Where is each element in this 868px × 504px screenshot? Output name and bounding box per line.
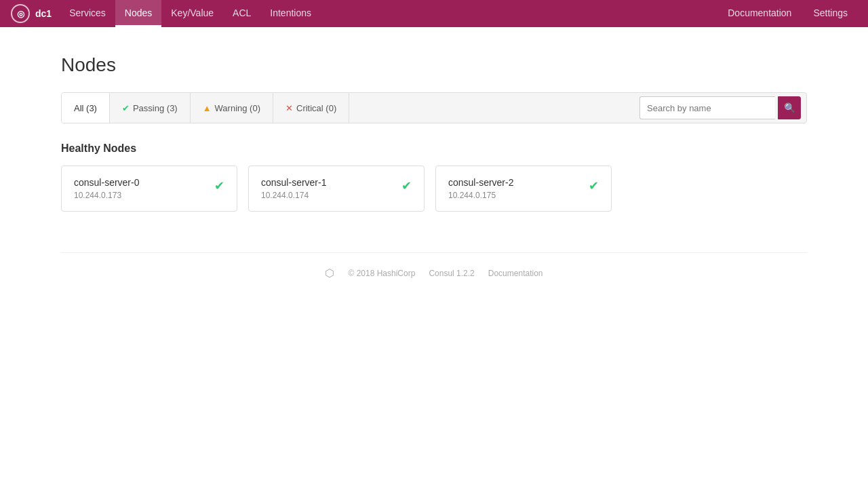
nav-link-settings[interactable]: Settings: [804, 0, 857, 27]
datacenter-label: dc1: [35, 8, 52, 19]
footer-version[interactable]: Consul 1.2.2: [429, 269, 474, 278]
node-healthy-icon: ✔: [214, 178, 224, 193]
critical-icon: ✕: [285, 103, 293, 113]
node-info-2: consul-server-2 10.244.0.175: [448, 177, 513, 200]
node-info-0: consul-server-0 10.244.0.173: [74, 177, 139, 200]
section-title: Healthy Nodes: [61, 142, 807, 155]
nav-link-keyvalue[interactable]: Key/Value: [161, 0, 223, 27]
page-title: Nodes: [61, 54, 807, 76]
filter-tab-warning[interactable]: ▲ Warning (0): [191, 93, 273, 123]
nav-right: Documentation Settings: [718, 0, 857, 27]
node-info-1: consul-server-1 10.244.0.174: [261, 177, 326, 200]
node-grid: consul-server-0 10.244.0.173 ✔ consul-se…: [61, 166, 807, 212]
hashicorp-logo: ⬡: [325, 267, 334, 279]
healthy-nodes-section: Healthy Nodes consul-server-0 10.244.0.1…: [61, 142, 807, 212]
copyright: © 2018 HashiCorp: [348, 269, 415, 278]
nav-link-intentions[interactable]: Intentions: [260, 0, 321, 27]
nav-link-documentation[interactable]: Documentation: [718, 0, 801, 27]
filter-tab-all[interactable]: All (3): [62, 93, 110, 123]
main-content: Nodes All (3) ✔ Passing (3) ▲ Warning (0…: [47, 27, 821, 252]
nav-link-acl[interactable]: ACL: [223, 0, 260, 27]
node-name: consul-server-1: [261, 177, 326, 188]
nav-link-services[interactable]: Services: [60, 0, 115, 27]
warning-icon: ▲: [203, 103, 212, 113]
node-ip: 10.244.0.175: [448, 191, 513, 200]
node-healthy-icon: ✔: [401, 178, 412, 193]
search-button[interactable]: 🔍: [778, 96, 801, 119]
consul-logo-icon: ◎: [11, 4, 30, 23]
search-area: 🔍: [634, 94, 806, 122]
table-row[interactable]: consul-server-2 10.244.0.175 ✔: [435, 166, 612, 212]
nav-link-nodes[interactable]: Nodes: [115, 0, 161, 27]
footer-doc-link[interactable]: Documentation: [488, 269, 543, 278]
main-nav: ◎ dc1 Services Nodes Key/Value ACL Inten…: [0, 0, 868, 27]
passing-icon: ✔: [122, 103, 130, 113]
filter-tabs: All (3) ✔ Passing (3) ▲ Warning (0) ✕ Cr…: [62, 93, 349, 123]
nav-left: ◎ dc1 Services Nodes Key/Value ACL Inten…: [11, 0, 321, 27]
page-footer: ⬡ © 2018 HashiCorp Consul 1.2.2 Document…: [61, 252, 807, 293]
search-input[interactable]: [639, 96, 775, 119]
table-row[interactable]: consul-server-0 10.244.0.173 ✔: [61, 166, 237, 212]
filter-tab-critical[interactable]: ✕ Critical (0): [273, 93, 349, 123]
node-name: consul-server-0: [74, 177, 139, 188]
node-ip: 10.244.0.174: [261, 191, 326, 200]
filter-bar: All (3) ✔ Passing (3) ▲ Warning (0) ✕ Cr…: [61, 92, 807, 123]
node-name: consul-server-2: [448, 177, 513, 188]
filter-tab-passing[interactable]: ✔ Passing (3): [110, 93, 191, 123]
search-icon: 🔍: [784, 102, 795, 113]
table-row[interactable]: consul-server-1 10.244.0.174 ✔: [248, 166, 425, 212]
node-healthy-icon: ✔: [589, 178, 599, 193]
nav-logo[interactable]: ◎ dc1: [11, 4, 60, 23]
node-ip: 10.244.0.173: [74, 191, 139, 200]
